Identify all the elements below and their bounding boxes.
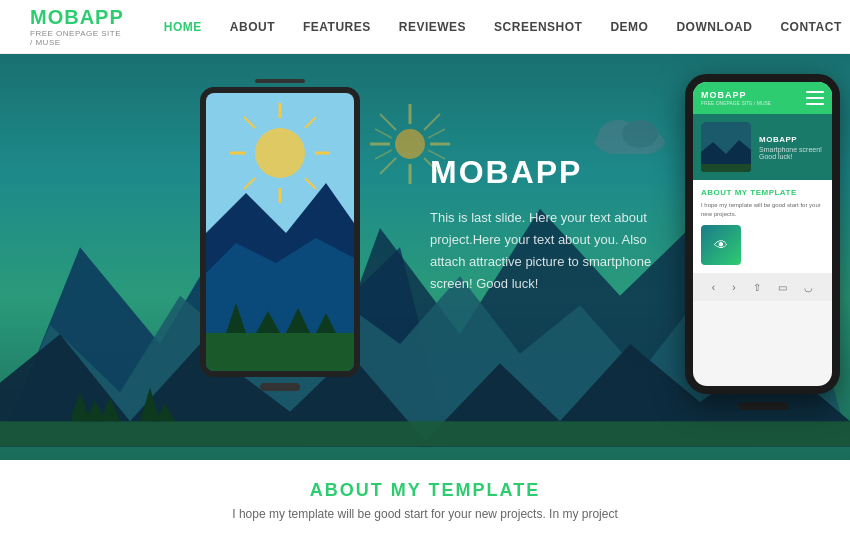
svg-rect-46 [701, 164, 751, 172]
phone-screen-svg [206, 93, 354, 371]
nav-contact[interactable]: CONTACT [780, 20, 841, 34]
hero-description: This is last slide. Here your text about… [430, 207, 670, 295]
nav-download[interactable]: DOWNLOAD [676, 20, 752, 34]
svg-point-26 [622, 120, 658, 148]
svg-line-19 [380, 158, 396, 174]
brand-subtitle: FREE ONEPAGE SITE / MUSE [30, 29, 124, 47]
eye-icon: 👁 [714, 237, 728, 253]
brand-logo[interactable]: MOBAPP FREE ONEPAGE SITE / MUSE [30, 6, 124, 47]
nav-home[interactable]: HOME [164, 20, 202, 34]
tabs-icon[interactable]: ◡ [804, 282, 813, 293]
phone-thumb [701, 122, 751, 172]
share-icon[interactable]: ⇧ [753, 282, 761, 293]
phone-nav-sub: FREE ONEPAGE SITE / MUSE [701, 100, 771, 106]
phone-hero-title: MOBAPP [759, 135, 824, 144]
svg-line-22 [428, 129, 445, 138]
svg-line-20 [375, 129, 392, 138]
svg-point-28 [255, 128, 305, 178]
phone-hero-section: MOBAPP Smartphone screen! Good luck! [693, 114, 832, 180]
cloud-svg [590, 114, 670, 154]
svg-line-21 [375, 150, 392, 159]
phone-about-title: ABOUT MY TEMPLATE [701, 188, 824, 197]
about-title: ABOUT MY TEMPLATE [310, 480, 540, 501]
back-icon[interactable]: ‹ [712, 282, 715, 293]
phone-right-navbar: MOBAPP FREE ONEPAGE SITE / MUSE [693, 82, 832, 114]
about-description: I hope my template will be good start fo… [232, 507, 618, 521]
nav-about[interactable]: ABOUT [230, 20, 275, 34]
phone-left [200, 79, 360, 399]
about-section: ABOUT MY TEMPLATE I hope my template wil… [0, 460, 850, 540]
svg-line-16 [380, 114, 396, 130]
phone-nav-title: MOBAPP [701, 90, 771, 100]
hamburger-icon [806, 91, 824, 105]
svg-rect-39 [206, 333, 354, 371]
svg-line-18 [424, 114, 440, 130]
phone-about-text: I hope my template will be good start fo… [701, 201, 824, 219]
hero-content: MOBAPP This is last slide. Here your tex… [430, 154, 670, 295]
phone-about-section: ABOUT MY TEMPLATE I hope my template wil… [693, 180, 832, 273]
nav-demo[interactable]: DEMO [610, 20, 648, 34]
brand-title: MOBAPP [30, 6, 124, 29]
forward-icon[interactable]: › [732, 282, 735, 293]
nav-screenshot[interactable]: SCREENSHOT [494, 20, 582, 34]
nav-features[interactable]: FEATURES [303, 20, 371, 34]
bookmark-icon[interactable]: ▭ [778, 282, 787, 293]
svg-point-11 [395, 129, 425, 159]
hero-title: MOBAPP [430, 154, 670, 191]
nav-links: HOME ABOUT FEATURES REVIEWES SCREENSHOT … [164, 20, 842, 34]
phone-bottom-bar: ‹ › ⇧ ▭ ◡ [693, 273, 832, 301]
nav-reviewes[interactable]: REVIEWES [399, 20, 466, 34]
phone-hero-text: MOBAPP Smartphone screen! Good luck! [759, 135, 824, 160]
phone-hero-desc: Smartphone screen! Good luck! [759, 146, 824, 160]
phone-about-image: 👁 [701, 225, 741, 265]
hero-section: MOBAPP This is last slide. Here your tex… [0, 54, 850, 460]
navbar: MOBAPP FREE ONEPAGE SITE / MUSE HOME ABO… [0, 0, 850, 54]
phone-right: MOBAPP FREE ONEPAGE SITE / MUSE [685, 74, 840, 444]
phone-home-button [738, 402, 788, 410]
